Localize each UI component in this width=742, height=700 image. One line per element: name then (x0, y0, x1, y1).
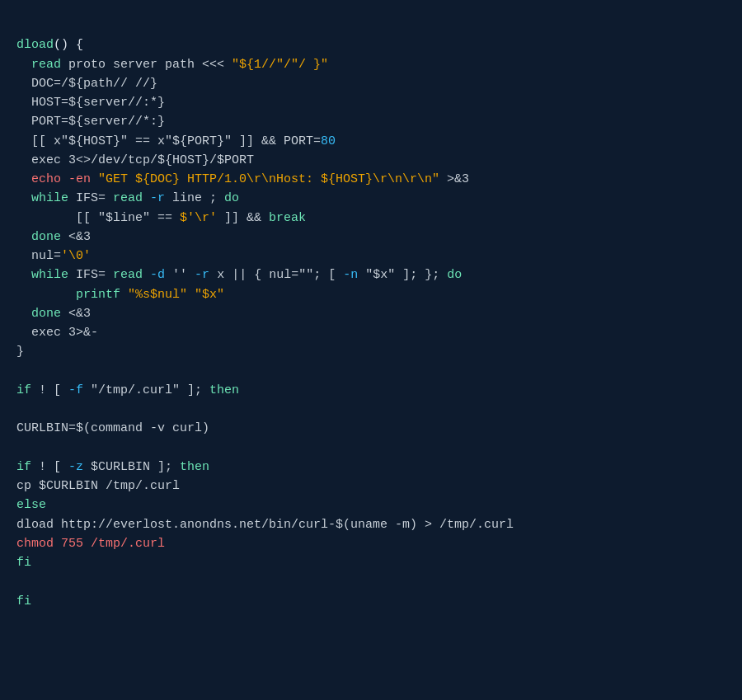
code-display: dload() { read proto server path <<< "${… (16, 16, 726, 611)
func-name: dload (16, 38, 54, 52)
